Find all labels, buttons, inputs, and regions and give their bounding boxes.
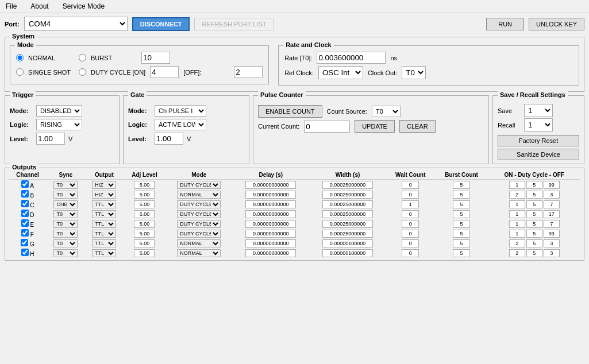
menu-service-mode[interactable]: Service Mode <box>59 1 108 11</box>
on-input-C[interactable] <box>509 200 525 208</box>
ch-checkbox-A[interactable] <box>21 180 29 188</box>
adj-input-B[interactable] <box>134 191 155 199</box>
delay-input-D[interactable] <box>245 210 296 218</box>
delay-input-H[interactable] <box>245 249 296 257</box>
output-select-E[interactable]: HIZTTLCMOS <box>92 220 116 228</box>
width-input-H[interactable] <box>322 249 373 257</box>
update-button[interactable]: UPDATE <box>355 120 395 133</box>
off-input-E[interactable] <box>544 220 560 228</box>
duty-burst-input-G[interactable] <box>526 239 542 247</box>
sync-select-F[interactable]: T0T1T2T3CHACHBCHCCHD <box>53 230 78 238</box>
output-select-D[interactable]: HIZTTLCMOS <box>92 210 116 218</box>
wait-input-H[interactable] <box>402 249 419 257</box>
sync-select-G[interactable]: T0T1T2T3CHACHBCHCCHD <box>53 239 78 247</box>
burst-input-C[interactable] <box>453 200 470 208</box>
normal-radio[interactable] <box>16 54 24 61</box>
wait-input-G[interactable] <box>402 239 419 247</box>
off-input-H[interactable] <box>544 249 560 257</box>
wait-input-B[interactable] <box>402 191 419 199</box>
recall-select[interactable]: 12345 <box>524 118 553 131</box>
adj-input-A[interactable] <box>134 181 155 189</box>
adj-input-F[interactable] <box>134 230 155 238</box>
ch-checkbox-E[interactable] <box>21 219 29 227</box>
delay-input-C[interactable] <box>245 200 296 208</box>
output-select-H[interactable]: HIZTTLCMOS <box>92 249 116 257</box>
ch-checkbox-C[interactable] <box>21 200 29 207</box>
wait-input-F[interactable] <box>402 230 419 238</box>
sync-select-B[interactable]: T0T1T2T3CHACHBCHCCHD <box>53 191 78 199</box>
on-input-A[interactable] <box>509 181 525 189</box>
width-input-D[interactable] <box>322 210 373 218</box>
on-input-B[interactable] <box>509 191 525 199</box>
duty-burst-input-D[interactable] <box>526 210 542 218</box>
width-input-G[interactable] <box>322 239 373 247</box>
trigger-mode-select[interactable]: DISABLED ENABLED <box>36 105 82 117</box>
disconnect-button[interactable]: DISCONNECT <box>132 17 190 31</box>
output-select-F[interactable]: HIZTTLCMOS <box>92 230 116 238</box>
duty-cycle-radio[interactable] <box>79 68 86 76</box>
delay-input-F[interactable] <box>245 230 296 238</box>
sync-select-E[interactable]: T0T1T2T3CHACHBCHCCHD <box>53 220 78 228</box>
mode-select-G[interactable]: DUTY CYCLENORMALSINGLE <box>177 239 221 247</box>
off-input-B[interactable] <box>544 191 560 199</box>
sync-select-A[interactable]: T0T1T2T3CHACHBCHCCHD <box>53 181 78 189</box>
width-input-B[interactable] <box>322 191 373 199</box>
off-input-C[interactable] <box>544 200 560 208</box>
burst-input-F[interactable] <box>453 230 470 238</box>
off-input-F[interactable] <box>544 230 560 238</box>
clock-out-select[interactable]: T0 T1 T2 T3 <box>402 66 426 79</box>
enable-count-button[interactable]: ENABLE COUNT <box>258 105 322 118</box>
width-input-E[interactable] <box>322 220 373 228</box>
adj-input-H[interactable] <box>134 249 155 257</box>
port-select[interactable]: COM4 <box>24 17 128 31</box>
gate-logic-select[interactable]: ACTIVE LOW ACTIVE HIGH <box>155 119 206 130</box>
menu-file[interactable]: File <box>2 1 20 11</box>
duty-on-input[interactable] <box>150 66 179 78</box>
off-input-G[interactable] <box>544 239 560 247</box>
wait-input-D[interactable] <box>402 210 419 218</box>
clear-button[interactable]: CLEAR <box>399 120 436 133</box>
mode-select-D[interactable]: DUTY CYCLENORMALSINGLE <box>177 210 221 218</box>
burst-input-G[interactable] <box>453 239 470 247</box>
on-input-E[interactable] <box>509 220 525 228</box>
off-input-D[interactable] <box>544 210 560 218</box>
mode-select-H[interactable]: DUTY CYCLENORMALSINGLE <box>177 249 221 257</box>
delay-input-A[interactable] <box>245 181 296 189</box>
sync-select-C[interactable]: T0T1T2T3CHACHBCHCCHD <box>53 200 78 208</box>
factory-reset-button[interactable]: Factory Reset <box>498 135 579 146</box>
delay-input-G[interactable] <box>245 239 296 247</box>
duty-burst-input-F[interactable] <box>526 230 542 238</box>
adj-input-D[interactable] <box>134 210 155 218</box>
trigger-logic-select[interactable]: RISING FALLING <box>36 119 82 130</box>
delay-input-E[interactable] <box>245 220 296 228</box>
save-select[interactable]: 12345 <box>524 104 553 117</box>
ch-checkbox-D[interactable] <box>21 210 29 217</box>
adj-input-E[interactable] <box>134 220 155 228</box>
on-input-D[interactable] <box>509 210 525 218</box>
single-shot-radio[interactable] <box>16 68 24 76</box>
unlock-key-button[interactable]: UNLOCK KEY <box>529 18 584 30</box>
menu-about[interactable]: About <box>27 1 52 11</box>
output-select-A[interactable]: HIZTTLCMOS <box>92 181 116 189</box>
burst-input-A[interactable] <box>453 181 470 189</box>
trigger-level-input[interactable] <box>36 133 65 145</box>
burst-input[interactable] <box>141 52 170 64</box>
sync-select-D[interactable]: T0T1T2T3CHACHBCHCCHD <box>53 210 78 218</box>
duty-burst-input-E[interactable] <box>526 220 542 228</box>
ch-checkbox-B[interactable] <box>21 190 29 198</box>
width-input-A[interactable] <box>322 181 373 189</box>
output-select-C[interactable]: HIZTTLCMOS <box>92 200 116 208</box>
burst-input-E[interactable] <box>453 220 470 228</box>
ref-clock-select[interactable]: OSC Int OSC Ext Ext <box>318 66 363 79</box>
gate-level-input[interactable] <box>155 133 183 145</box>
duty-off-input[interactable] <box>234 66 263 78</box>
duty-burst-input-B[interactable] <box>526 191 542 199</box>
mode-select-C[interactable]: DUTY CYCLENORMALSINGLE <box>177 200 221 208</box>
current-count-input[interactable] <box>304 121 350 133</box>
sync-select-H[interactable]: T0T1T2T3CHACHBCHCCHD <box>53 249 78 257</box>
wait-input-C[interactable] <box>402 200 419 208</box>
duty-burst-input-H[interactable] <box>526 249 542 257</box>
gate-mode-select[interactable]: Ch PULSE I Ch PULSE II <box>155 105 206 117</box>
mode-select-B[interactable]: DUTY CYCLENORMALSINGLE <box>177 191 221 199</box>
sanitize-device-button[interactable]: Sanitize Device <box>498 149 579 160</box>
